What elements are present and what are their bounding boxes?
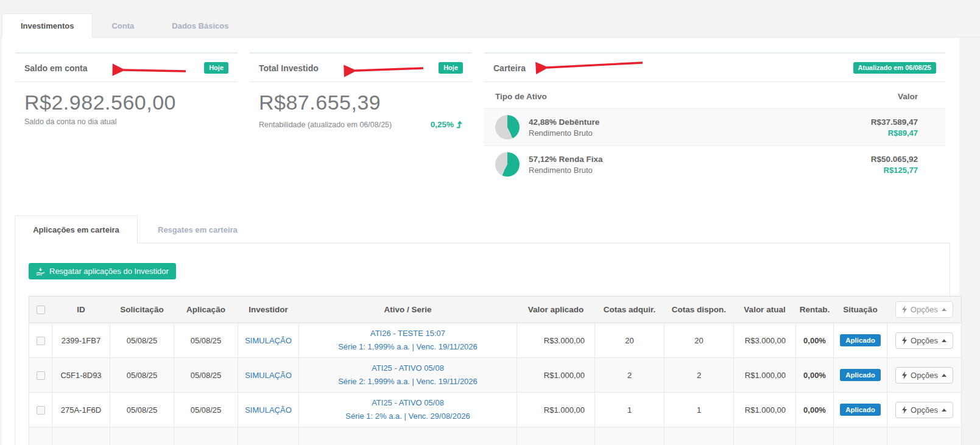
asset-yield: R$89,47 xyxy=(871,128,918,138)
resgatar-aplicacoes-button[interactable]: Resgatar aplicações do Investidor xyxy=(29,263,176,279)
tab-investimentos[interactable]: Investimentos xyxy=(2,13,93,38)
badge-hoje: Hoje xyxy=(439,62,463,74)
cell-aplicacao: 05/08/25 xyxy=(174,358,238,393)
asset-percent-label: 42,88% Debênture xyxy=(529,117,599,127)
saldo-value: R$2.982.560,00 xyxy=(24,91,228,114)
saldo-caption: Saldo da conta no dia atual xyxy=(24,117,228,126)
cell-cotas-dispon: 20 xyxy=(664,323,734,358)
table-row: 2399-1FB7 05/08/25 05/08/25 SIMULAÇÃO AT… xyxy=(29,323,962,358)
cell-valor-atual: R$1.000,00 xyxy=(734,358,796,393)
col-valor-atual: Valor atual xyxy=(734,296,796,323)
bolt-icon xyxy=(902,371,907,379)
col-aplicacao: Aplicação xyxy=(174,296,238,323)
carteira-row-renda-fixa: 57,12% Renda Fixa Rendimento Bruto R$50.… xyxy=(484,146,945,183)
portfolio-tab-bar: Aplicações em carteira Resgates em carte… xyxy=(15,215,950,243)
card-carteira-title: Carteira xyxy=(493,63,526,73)
status-badge: Aplicado xyxy=(840,369,881,381)
asset-value: R$50.065,92 xyxy=(871,155,918,164)
card-total-title: Total Investido xyxy=(259,63,319,73)
bolt-icon xyxy=(902,306,907,314)
investimentos-panel: Saldo em conta Hoje R$2.982.560,00 Saldo… xyxy=(2,38,959,445)
level-up-icon xyxy=(456,121,463,128)
caret-up-icon xyxy=(942,308,947,311)
col-situacao: Situação xyxy=(834,296,887,323)
asset-yield: R$125,77 xyxy=(871,166,918,175)
bolt-icon xyxy=(902,406,907,414)
badge-atualizado: Atualizado em 06/08/25 xyxy=(853,62,936,74)
tab-conta[interactable]: Conta xyxy=(93,13,153,38)
serie-link[interactable]: Série 1: 2% a.a. | Venc. 29/08/2026 xyxy=(345,412,470,421)
row-options-button[interactable]: Opções xyxy=(895,402,953,418)
tab-resgates-em-carteira[interactable]: Resgates em carteira xyxy=(138,215,258,244)
col-investidor: Investidor xyxy=(238,296,299,323)
portfolio-section: Aplicações em carteira Resgates em carte… xyxy=(15,215,950,445)
card-carteira: Carteira Atualizado em 06/08/25 Tipo de … xyxy=(484,52,945,183)
asset-sub-label: Rendimento Bruto xyxy=(529,128,599,138)
bolt-icon xyxy=(902,337,907,345)
cell-valor-atual: R$3.000,00 xyxy=(734,323,796,358)
col-rentab: Rentab. xyxy=(796,296,834,323)
serie-link[interactable]: Série 1: 1,999% a.a. | Venc. 19/11/2026 xyxy=(338,342,478,351)
row-checkbox[interactable] xyxy=(37,337,45,345)
investidor-link[interactable]: SIMULAÇÃO xyxy=(245,371,292,380)
cell-aplicacao: 05/08/25 xyxy=(174,323,238,358)
card-saldo-em-conta: Saldo em conta Hoje R$2.982.560,00 Saldo… xyxy=(15,52,238,183)
row-options-button[interactable]: Opções xyxy=(895,367,953,384)
cell-cotas-adquir: 20 xyxy=(595,323,664,358)
cell-id: 275A-1F6D xyxy=(52,393,110,427)
status-badge: Aplicado xyxy=(840,334,881,346)
cell-solicitacao: 05/08/25 xyxy=(110,393,174,427)
col-cotas-dispon: Cotas dispon. xyxy=(664,296,734,323)
tab-aplicacoes-em-carteira[interactable]: Aplicações em carteira xyxy=(15,215,138,244)
carteira-table: Tipo de Ativo Valor 42,88% Debênture Ren… xyxy=(484,82,945,183)
cell-cotas-dispon: 2 xyxy=(664,358,734,393)
serie-link[interactable]: Série 2: 1,999% a.a. | Venc. 19/11/2026 xyxy=(338,377,478,386)
caret-up-icon xyxy=(942,408,947,412)
main-tab-bar: Investimentos Conta Dados Básicos xyxy=(0,0,980,38)
rentabilidade-percent: 0,25% xyxy=(431,120,463,129)
total-investido-value: R$87.655,39 xyxy=(259,91,463,114)
carteira-col-valor: Valor xyxy=(898,92,918,101)
ativo-link[interactable]: ATI25 - ATIVO 05/08 xyxy=(372,363,444,373)
investidor-link[interactable]: SIMULAÇÃO xyxy=(245,336,292,345)
row-options-button[interactable]: Opções xyxy=(895,332,953,349)
cell-rentab: 0,00% xyxy=(796,358,834,393)
row-checkbox[interactable] xyxy=(37,371,45,380)
cell-solicitacao: 05/08/25 xyxy=(110,323,174,358)
resgatar-button-label: Resgatar aplicações do Investidor xyxy=(49,267,169,276)
asset-value: R$37.589,47 xyxy=(871,117,918,127)
ativo-link[interactable]: ATI25 - ATIVO 05/08 xyxy=(372,398,444,407)
cell-solicitacao: 05/08/25 xyxy=(110,358,174,393)
cell-id: C5F1-8D93 xyxy=(52,358,110,393)
cell-rentab: 0,00% xyxy=(796,323,834,358)
col-cotas-adquir: Cotas adquir. xyxy=(595,296,664,323)
card-saldo-title: Saldo em conta xyxy=(24,63,87,73)
cell-valor-aplicado: R$3.000,00 xyxy=(517,323,595,358)
cell-valor-aplicado: R$1.000,00 xyxy=(517,358,595,393)
table-row: C5F1-8D93 05/08/25 05/08/25 SIMULAÇÃO AT… xyxy=(29,358,962,393)
table-row: 275A-1F6D 05/08/25 05/08/25 SIMULAÇÃO AT… xyxy=(29,393,962,427)
cell-rentab: 0,00% xyxy=(796,393,834,427)
cell-valor-atual: R$1.000,00 xyxy=(734,393,796,427)
rentabilidade-caption: Rentabilidade (atualizado em 06/08/25) xyxy=(259,121,392,129)
pie-chart-icon xyxy=(495,152,520,177)
carteira-row-debenture: 42,88% Debênture Rendimento Bruto R$37.5… xyxy=(484,109,945,146)
tab-dados-basicos[interactable]: Dados Básicos xyxy=(153,13,247,38)
col-solicitacao: Solicitação xyxy=(110,296,174,323)
aplicacoes-table: ID Solicitação Aplicação Investidor Ativ… xyxy=(29,296,962,445)
carteira-col-tipo: Tipo de Ativo xyxy=(495,92,547,101)
cell-valor-aplicado: R$1.000,00 xyxy=(517,393,595,427)
cell-cotas-dispon: 1 xyxy=(664,393,734,427)
badge-hoje: Hoje xyxy=(204,62,228,74)
options-header-button[interactable]: Opções xyxy=(895,301,953,318)
ativo-link[interactable]: ATI26 - TESTE 15:07 xyxy=(370,329,445,338)
select-all-checkbox[interactable] xyxy=(37,306,45,314)
row-checkbox[interactable] xyxy=(37,406,45,415)
col-ativo-serie: Ativo / Serie xyxy=(299,296,517,323)
caret-up-icon xyxy=(942,339,947,342)
investidor-link[interactable]: SIMULAÇÃO xyxy=(245,405,292,415)
status-badge: Aplicado xyxy=(840,404,881,416)
asset-percent-label: 57,12% Renda Fixa xyxy=(529,155,603,164)
cell-cotas-adquir: 2 xyxy=(595,358,664,393)
table-row-partial xyxy=(29,427,962,445)
